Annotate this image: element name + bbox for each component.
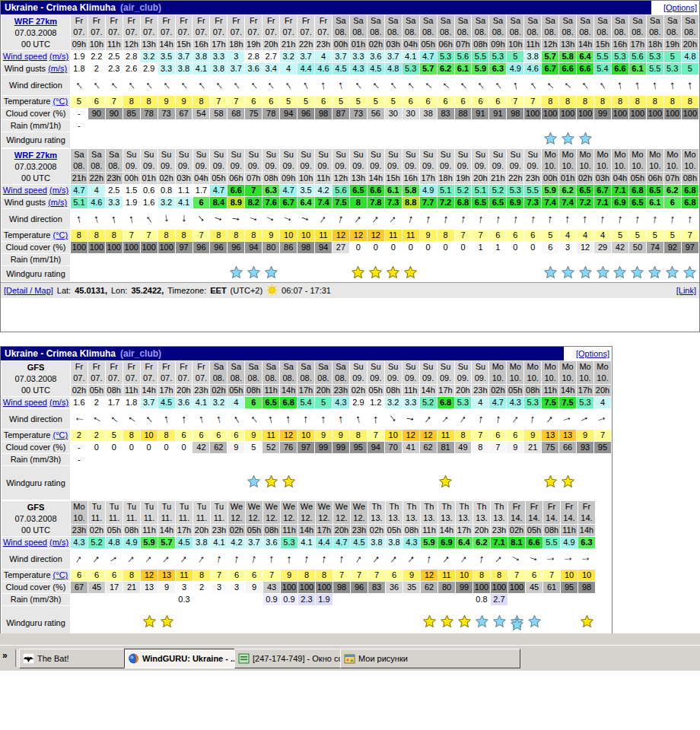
wind-gust-cell: 2.9 bbox=[140, 63, 158, 75]
row-label: Temperature (°C) bbox=[2, 230, 71, 242]
day-cell: Su09. bbox=[192, 149, 210, 173]
temperature-cell: 10 bbox=[384, 430, 402, 442]
wind-speed-cell: 6.7 bbox=[594, 185, 612, 197]
wind-direction-arrow-icon: ↑ bbox=[123, 550, 141, 568]
link-link[interactable]: [Link] bbox=[676, 286, 696, 295]
model-link[interactable]: WRF 27km bbox=[14, 151, 57, 160]
rain-cell bbox=[526, 594, 543, 606]
hour-cell: 17h bbox=[176, 525, 193, 537]
wind-direction-arrow-icon: ↑ bbox=[336, 209, 346, 230]
wind-direction-arrow-icon: ↑ bbox=[686, 209, 694, 230]
wind-direction-arrow-icon: ↑ bbox=[228, 214, 245, 224]
hour-cell: 20h bbox=[193, 525, 211, 537]
cloud-cover-cell: 100 bbox=[105, 242, 123, 254]
wind-gust-cell: 8.8 bbox=[402, 197, 419, 209]
gold-star-icon bbox=[387, 266, 399, 278]
air-club-link[interactable]: (air_club) bbox=[120, 2, 161, 13]
wind-direction-arrow-icon: ↑ bbox=[320, 409, 326, 429]
rain-cell bbox=[472, 120, 489, 132]
temperature-cell: 10 bbox=[561, 570, 578, 582]
cloud-cover-cell: 92 bbox=[663, 242, 681, 254]
wind-gust-cell: 3.7 bbox=[228, 63, 245, 75]
wind-speed-cell: 2.8 bbox=[123, 51, 140, 63]
wind-direction-arrow-icon: ↑ bbox=[141, 550, 158, 568]
blue-star-icon bbox=[666, 266, 679, 278]
wind-speed-cell: 3.3 bbox=[402, 397, 419, 409]
rain-cell bbox=[507, 120, 524, 132]
day-cell: We12. bbox=[228, 501, 246, 525]
taskbar-button-2[interactable]: WindGURU: Ukraine - ... bbox=[124, 649, 240, 668]
cloud-cover-cell: 9 bbox=[158, 582, 176, 594]
taskbar-button-1[interactable]: The Bat! bbox=[19, 649, 129, 668]
wind-speed-cell: 1.8 bbox=[123, 397, 140, 409]
rating-cell bbox=[489, 466, 507, 500]
wind-speed-cell: 2 bbox=[88, 397, 105, 409]
wind-speed-cell: 3 bbox=[228, 51, 245, 63]
day-cell: Sa08. bbox=[559, 15, 577, 39]
cloud-cover-cell: 0 bbox=[123, 442, 140, 454]
wind-direction-cell: ↑ bbox=[105, 75, 123, 96]
wind-speed-cell: 4.3 bbox=[71, 537, 88, 549]
taskbar-button-3[interactable]: [247-174-749] - Окно со... bbox=[234, 649, 345, 668]
temperature-cell: 6 bbox=[507, 430, 524, 442]
cloud-cover-cell: 99 bbox=[315, 442, 332, 454]
wind-direction-arrow-icon: ↑ bbox=[368, 210, 384, 229]
wind-direction-arrow-icon: ↑ bbox=[511, 209, 520, 230]
wind-speed-cell: 4.5 bbox=[176, 537, 193, 549]
rating-cell bbox=[489, 266, 507, 282]
rain-cell bbox=[192, 454, 210, 466]
wind-gust-cell: 6.6 bbox=[611, 63, 628, 75]
rain-cell bbox=[228, 120, 245, 132]
day-cell: Fr07. bbox=[175, 361, 192, 385]
cloud-cover-cell: 45 bbox=[88, 582, 106, 594]
wind-speed-cell: 6.5 bbox=[577, 185, 594, 197]
temperature-cell: 4 bbox=[559, 230, 577, 242]
hour-cell: 13h bbox=[349, 173, 367, 185]
hour-cell: 00h bbox=[542, 173, 559, 185]
temperature-cell: 6 bbox=[246, 570, 263, 582]
rain-cell bbox=[559, 254, 577, 266]
air-club-link[interactable]: (air_club) bbox=[120, 348, 161, 359]
quick-launch-chevron-button[interactable]: » bbox=[2, 650, 14, 665]
day-cell: Su09. bbox=[454, 361, 472, 385]
hour-cell: 16h bbox=[611, 39, 628, 51]
wind-direction-cell: ↑ bbox=[298, 549, 316, 570]
hour-cell: 18h bbox=[437, 173, 454, 185]
model-link[interactable]: WRF 27km bbox=[14, 17, 57, 26]
rain-cell bbox=[70, 254, 88, 266]
temperature-cell: 13 bbox=[158, 570, 176, 582]
rain-cell bbox=[628, 120, 646, 132]
row-label: Temperature (°C) bbox=[2, 96, 71, 108]
wind-direction-arrow-icon: ↑ bbox=[75, 209, 84, 230]
day-cell: Fr07. bbox=[175, 15, 192, 39]
wind-direction-cell: ↑ bbox=[384, 209, 402, 230]
hour-cell: 06h bbox=[228, 173, 245, 185]
wind-gust-cell: 7.3 bbox=[384, 197, 402, 209]
detail-map-link[interactable]: [Detail / Map] bbox=[4, 286, 53, 295]
hour-cell: 08h bbox=[543, 525, 561, 537]
wind-direction-cell: ↑ bbox=[367, 75, 384, 96]
temperature-cell: 9 bbox=[262, 230, 280, 242]
options-link[interactable]: [Options] bbox=[576, 349, 609, 358]
wind-direction-arrow-icon: ↑ bbox=[526, 553, 543, 564]
cloud-cover-cell: 100 bbox=[123, 242, 140, 254]
rating-cell bbox=[577, 466, 594, 500]
wind-speed-cell: 5.9 bbox=[421, 537, 438, 549]
cloud-cover-cell: 5 bbox=[245, 442, 262, 454]
wind-gust-cell: 4.1 bbox=[175, 197, 192, 209]
wind-speed-cell: 5.9 bbox=[542, 185, 559, 197]
hour-cell: 08h bbox=[524, 385, 542, 397]
wrf-forecast-window: Ukraine - Crimea Klimuha (air_club) [Opt… bbox=[0, 0, 700, 332]
row-label: Rain (mm/1h) bbox=[2, 254, 71, 266]
wind-direction-arrow-icon: ↑ bbox=[88, 76, 105, 95]
wind-direction-cell: ↑ bbox=[245, 209, 262, 230]
options-link[interactable]: [Options] bbox=[663, 3, 697, 12]
taskbar-button-4[interactable]: Мои рисунки bbox=[340, 649, 520, 668]
wind-direction-cell: ↑ bbox=[524, 409, 542, 430]
hour-cell: 12h bbox=[332, 173, 349, 185]
rain-cell: 2.7 bbox=[491, 594, 508, 606]
rain-cell bbox=[210, 120, 228, 132]
day-cell: Fr07. bbox=[210, 15, 228, 39]
day-cell: Su09. bbox=[245, 149, 262, 173]
wind-direction-cell: ↑ bbox=[454, 75, 472, 96]
